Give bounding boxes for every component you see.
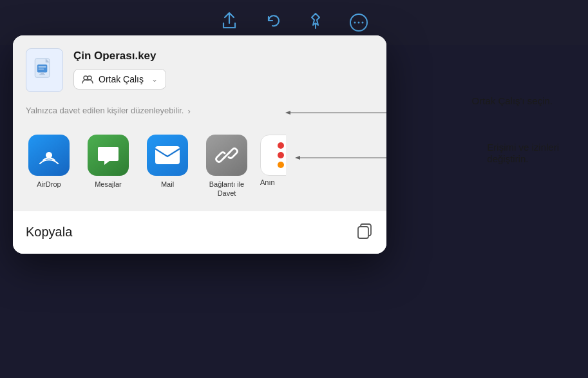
messages-icon: [88, 135, 129, 176]
file-name: Çin Operası.key: [73, 50, 374, 62]
copy-label: Kopyala: [26, 225, 72, 240]
messages-label: Mesajlar: [95, 180, 122, 189]
copy-icon: [356, 222, 374, 243]
sheet-header: Çin Operası.key Ortak Çalış ⌄: [13, 35, 386, 100]
link-label: Bağlantı ile Davet: [201, 180, 252, 198]
svg-point-10: [88, 76, 91, 80]
undo-button[interactable]: [263, 12, 281, 33]
svg-point-13: [278, 142, 284, 149]
apps-row: AirDrop Mesajlar Mail: [13, 127, 386, 211]
svg-rect-5: [41, 72, 44, 74]
aninda-label: Anın: [260, 178, 275, 186]
svg-point-9: [84, 76, 88, 80]
airdrop-icon: [28, 135, 70, 176]
access-arrow-icon: ›: [187, 106, 190, 116]
svg-point-0: [354, 22, 356, 24]
svg-rect-17: [358, 227, 368, 238]
share-button[interactable]: [221, 12, 238, 33]
annotation-access: Erişimi ve izinleri değiştirin.: [487, 142, 559, 165]
share-sheet: Çin Operası.key Ortak Çalış ⌄ Yalnızca d…: [13, 35, 386, 254]
link-icon: [206, 135, 247, 176]
app-item-messages[interactable]: Mesajlar: [82, 135, 134, 189]
app-item-mail[interactable]: Mail: [142, 135, 193, 189]
access-text: Yalnızca davet edilen kişiler düzenleyeb…: [26, 105, 184, 117]
file-icon: [26, 48, 63, 92]
svg-point-14: [278, 152, 284, 158]
svg-rect-4: [37, 64, 48, 72]
collab-label: Ortak Çalış: [99, 74, 144, 84]
airdrop-label: AirDrop: [37, 180, 61, 189]
svg-point-1: [357, 22, 359, 24]
chevron-down-icon: ⌄: [151, 75, 158, 84]
app-item-aninda[interactable]: Anın: [260, 135, 286, 187]
svg-rect-6: [39, 74, 45, 75]
copy-button[interactable]: Kopyala: [13, 211, 386, 254]
svg-rect-8: [39, 68, 44, 70]
annotation-access-text: Erişimi ve izinleri değiştirin.: [487, 142, 559, 164]
svg-rect-7: [39, 66, 46, 68]
mail-label: Mail: [161, 180, 174, 189]
app-item-link[interactable]: Bağlantı ile Davet: [201, 135, 252, 198]
annotation-collab: Ortak Çalış'ı seçin.: [472, 95, 553, 107]
svg-rect-12: [155, 146, 180, 164]
svg-point-15: [278, 162, 284, 168]
access-info-row[interactable]: Yalnızca davet edilen kişiler düzenleyeb…: [13, 100, 386, 127]
svg-point-2: [361, 22, 363, 24]
more-icon: [350, 14, 368, 32]
pin-button[interactable]: [307, 12, 324, 33]
collab-dropdown[interactable]: Ortak Çalış ⌄: [73, 69, 166, 90]
file-info: Çin Operası.key Ortak Çalış ⌄: [73, 48, 374, 90]
app-item-airdrop[interactable]: AirDrop: [23, 135, 75, 189]
annotation-collab-text: Ortak Çalış'ı seçin.: [472, 95, 553, 106]
aninda-icon: [260, 135, 286, 176]
mail-icon: [147, 135, 188, 176]
more-button[interactable]: [350, 14, 368, 32]
